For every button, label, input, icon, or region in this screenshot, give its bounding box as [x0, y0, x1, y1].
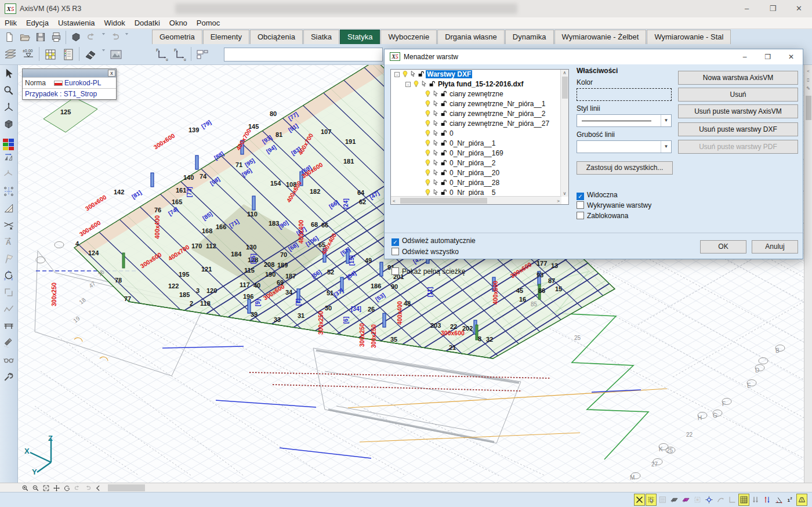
layer-detect-cursor-icon[interactable]: [432, 169, 440, 176]
story-levels-button[interactable]: [19, 46, 37, 64]
collapse-left-button[interactable]: [93, 483, 103, 492]
layer-detect-cursor-icon[interactable]: [432, 119, 440, 127]
trim-delete-button[interactable]: [1, 218, 17, 233]
dialog-close-button[interactable]: ✕: [780, 49, 803, 64]
perspective-panel-button[interactable]: [193, 46, 211, 64]
coordinate-list[interactable]: [657, 494, 668, 506]
locked-checkbox[interactable]: Zablokowana: [577, 212, 628, 220]
drawings-library-button[interactable]: [107, 46, 125, 64]
panel-window-icon[interactable]: ▯: [804, 77, 812, 82]
tab-wymiarowanie-stal[interactable]: Wymiarowanie - Stal: [647, 30, 731, 44]
mesh-toggle[interactable]: [738, 494, 749, 506]
undo-dropdown[interactable]: [99, 30, 107, 44]
layer-row[interactable]: 0_Nr_pióra__20: [391, 168, 568, 178]
layer-row[interactable]: ciany zewnętrzne_Nr_pióra__1: [391, 99, 568, 109]
layer-row[interactable]: ciany zewnętrzne: [391, 89, 568, 99]
maximize-button[interactable]: ❒: [760, 0, 786, 17]
layer-detect-cursor-icon[interactable]: [432, 159, 440, 166]
save-file-button[interactable]: [32, 30, 48, 44]
searchlight-button[interactable]: [1, 335, 17, 351]
layer-visibility-bulb-icon[interactable]: [424, 139, 432, 147]
layer-lock-icon[interactable]: [440, 179, 448, 186]
redo-button[interactable]: [107, 30, 122, 44]
constraint-points-button[interactable]: [1, 184, 17, 200]
solid-model-button[interactable]: [68, 30, 84, 44]
layer-manager-button[interactable]: [1, 46, 19, 64]
dialog-button-usuń-puste-warstwy-dxf[interactable]: Usuń puste warstwy DXF: [678, 122, 798, 136]
info-window-header[interactable]: x: [23, 69, 116, 77]
layer-visibility-bulb-icon[interactable]: [401, 70, 409, 78]
new-file-button[interactable]: [1, 30, 17, 44]
undo-button[interactable]: [84, 30, 99, 44]
show-full-path-checkbox[interactable]: Pokaż pełną ścieżkę: [392, 267, 465, 276]
tab-dynamika[interactable]: Dynamika: [505, 30, 554, 44]
workplane-smart[interactable]: [680, 494, 691, 506]
layer-name[interactable]: ciany zewnętrzne_Nr_pióra__1: [448, 100, 546, 108]
clip-box[interactable]: [692, 494, 703, 506]
layer-name[interactable]: 0_Nr_pióra__5: [448, 189, 496, 197]
layer-name[interactable]: ciany zewnętrzne: [448, 90, 505, 98]
right-scroll-thumb[interactable]: [806, 96, 811, 120]
visible-checkbox[interactable]: ✓Widoczna: [577, 191, 618, 200]
layer-visibility-bulb-icon[interactable]: [412, 80, 420, 88]
layer-name[interactable]: Płyta fund_15-12-2016.dxf: [437, 80, 524, 88]
layer-detect-cursor-icon[interactable]: [409, 70, 417, 78]
tab-siatka[interactable]: Siatka: [303, 30, 339, 44]
reactions-display[interactable]: [762, 494, 773, 506]
scroll-up-icon[interactable]: ∧: [561, 70, 568, 75]
menu-dodatki[interactable]: Dodatki: [130, 17, 165, 29]
menu-widok[interactable]: Widok: [100, 17, 130, 29]
next-view-button[interactable]: [82, 483, 93, 492]
right-panel-strip[interactable]: < ▯ ✎: [804, 65, 812, 483]
chevron-down-icon[interactable]: ▼: [661, 141, 671, 153]
ucs-plane-2-button[interactable]: [171, 46, 189, 64]
panel-pen-icon[interactable]: ✎: [804, 86, 812, 91]
layer-detection-checkbox[interactable]: Wykrywanie warstwy: [577, 201, 651, 209]
layer-visibility-bulb-icon[interactable]: [424, 100, 432, 107]
layer-visibility-bulb-icon[interactable]: [424, 119, 432, 127]
zoom-tool-button[interactable]: [1, 83, 17, 99]
layer-lock-icon[interactable]: [440, 119, 448, 127]
tree-hscroll-thumb[interactable]: [400, 198, 487, 204]
redo-dropdown[interactable]: [122, 30, 130, 44]
select-arrow-button[interactable]: [1, 66, 17, 82]
zoom-out-button[interactable]: [30, 483, 41, 492]
tree-horizontal-scrollbar[interactable]: < >: [391, 196, 561, 204]
layer-lock-icon[interactable]: [440, 100, 448, 107]
close-button[interactable]: ✕: [786, 0, 812, 17]
geometric-transformations-button[interactable]: [1, 150, 17, 166]
pan-button[interactable]: [51, 483, 61, 492]
layer-visibility-bulb-icon[interactable]: [424, 179, 432, 186]
coordinate-input[interactable]: [224, 48, 383, 61]
layer-row[interactable]: ciany zewnętrzne_Nr_pióra__27: [391, 119, 568, 129]
layer-row[interactable]: ciany zewnętrzne_Nr_pióra__2: [391, 109, 568, 119]
ok-button[interactable]: OK: [700, 240, 746, 253]
layer-detect-cursor-icon[interactable]: [432, 139, 440, 147]
layer-lock-icon[interactable]: [440, 159, 448, 166]
display-mode-button[interactable]: [1, 117, 17, 132]
tab-statyka[interactable]: Statyka: [340, 30, 380, 44]
dialog-button-usuń[interactable]: Usuń: [678, 88, 798, 102]
numbering-display[interactable]: [785, 494, 796, 506]
layer-detect-cursor-icon[interactable]: [432, 129, 440, 137]
renumbering-button[interactable]: [1, 268, 17, 284]
tab-elementy[interactable]: Elementy: [203, 30, 249, 44]
tree-vscroll-thumb[interactable]: [562, 77, 568, 99]
layer-name[interactable]: 0_Nr_pióra__1: [448, 139, 496, 147]
ucs-plane-1-button[interactable]: [153, 46, 171, 64]
line-style-select[interactable]: ▼: [577, 114, 672, 127]
scroll-down-icon[interactable]: ∨: [561, 191, 568, 196]
dialog-title-bar[interactable]: X5 Menadżer warstw – ❒ ✕: [385, 49, 803, 64]
cancel-button[interactable]: Anuluj: [752, 240, 798, 253]
menu-plik[interactable]: Plik: [0, 17, 21, 29]
layer-lock-icon[interactable]: [440, 90, 448, 97]
find-glasses-button[interactable]: [1, 352, 17, 368]
layer-name[interactable]: ciany zewnętrzne_Nr_pióra__2: [448, 110, 546, 118]
layer-lock-icon[interactable]: [429, 80, 436, 88]
minimize-button[interactable]: –: [734, 0, 760, 17]
layer-visibility-bulb-icon[interactable]: [424, 110, 432, 117]
layer-visibility-bulb-icon[interactable]: [424, 90, 432, 97]
layer-lock-icon[interactable]: [440, 169, 448, 176]
model-views-button[interactable]: [1, 100, 17, 115]
layer-visibility-bulb-icon[interactable]: [424, 159, 432, 166]
